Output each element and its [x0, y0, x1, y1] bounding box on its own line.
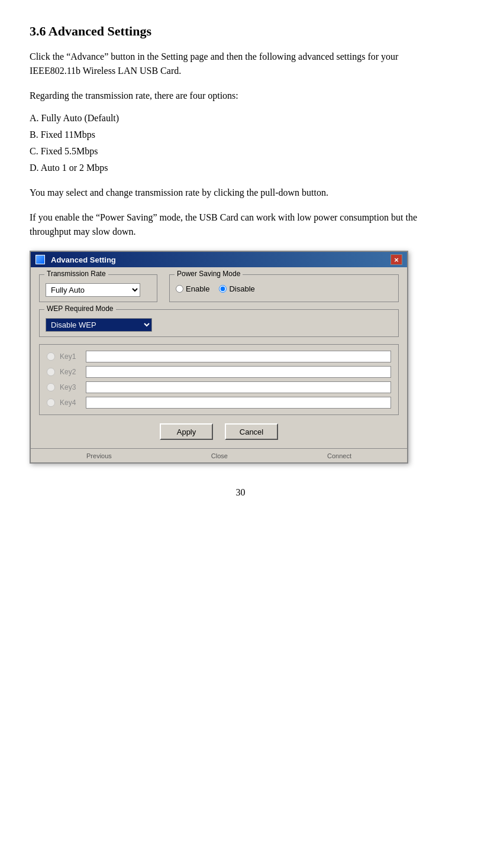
power-saving-label: Power Saving Mode [175, 270, 243, 278]
para2: Regarding the transmission rate, there a… [30, 89, 451, 103]
power-saving-enable-radio[interactable]: Enable [176, 284, 209, 293]
key1-radio[interactable] [47, 352, 55, 361]
key3-label: Key3 [60, 383, 81, 391]
key1-label: Key1 [60, 352, 81, 361]
footer-previous[interactable]: Previous [86, 452, 112, 459]
dialog-buttons: Apply Cancel [39, 423, 399, 440]
wep-required-group: WEP Required Mode Disable WEP64-bit WEP1… [39, 309, 399, 337]
key4-radio[interactable] [47, 399, 55, 407]
key4-input[interactable] [86, 397, 391, 409]
power-saving-group: Power Saving Mode Enable Disable [169, 274, 399, 302]
footer-connect[interactable]: Connect [327, 452, 351, 459]
dialog-titlebar: Advanced Setting × [31, 252, 407, 267]
para4: If you enable the “Power Saving” mode, t… [30, 210, 451, 239]
para1: Click the “Advance” button in the Settin… [30, 50, 451, 78]
key4-label: Key4 [60, 399, 81, 407]
key1-row: Key1 [47, 351, 391, 362]
key2-input[interactable] [86, 366, 391, 378]
transmission-rate-group: Transmission Rate Fully AutoFixed 11Mbps… [39, 274, 157, 302]
list-item-c: C. Fixed 5.5Mbps [30, 144, 451, 158]
key2-radio[interactable] [47, 368, 55, 376]
para3: You may select and change transmission r… [30, 186, 451, 200]
key3-input[interactable] [86, 381, 391, 393]
power-saving-disable-input[interactable] [219, 285, 227, 293]
key3-radio[interactable] [47, 383, 55, 391]
footer-close[interactable]: Close [211, 452, 228, 459]
transmission-rate-label: Transmission Rate [44, 270, 108, 278]
list-item-d: D. Auto 1 or 2 Mbps [30, 161, 451, 175]
dialog-titlebar-icon [35, 255, 45, 264]
key2-row: Key2 [47, 366, 391, 378]
power-saving-disable-label: Disable [229, 284, 254, 293]
power-saving-enable-input[interactable] [176, 285, 183, 293]
advanced-setting-dialog: Advanced Setting × Transmission Rate Ful… [30, 251, 451, 464]
dialog-close-button[interactable]: × [390, 254, 402, 265]
page-number: 30 [30, 487, 451, 498]
key3-row: Key3 [47, 381, 391, 393]
power-saving-enable-label: Enable [186, 284, 209, 293]
key4-row: Key4 [47, 397, 391, 409]
key1-input[interactable] [86, 351, 391, 362]
page-heading: 3.6 Advanced Settings [30, 24, 451, 39]
cancel-button[interactable]: Cancel [225, 423, 278, 440]
list-item-a: A. Fully Auto (Default) [30, 111, 451, 125]
wep-required-select[interactable]: Disable WEP64-bit WEP128-bit WEP [46, 318, 152, 332]
list-item-b: B. Fixed 11Mbps [30, 128, 451, 142]
dialog-title: Advanced Setting [51, 255, 116, 264]
keys-group: Key1 Key2 Key3 Key4 [39, 344, 399, 415]
apply-button[interactable]: Apply [160, 423, 213, 440]
power-saving-disable-radio[interactable]: Disable [219, 284, 254, 293]
wep-required-label: WEP Required Mode [44, 305, 116, 313]
dialog-footer-bar: Previous Close Connect [31, 448, 407, 462]
key2-label: Key2 [60, 368, 81, 376]
transmission-rate-select[interactable]: Fully AutoFixed 11MbpsFixed 5.5MbpsAuto … [46, 283, 140, 297]
